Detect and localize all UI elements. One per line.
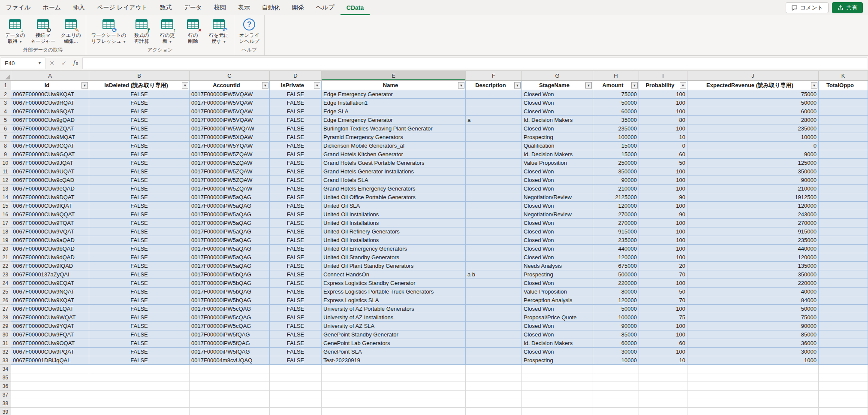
cell[interactable]: 100	[639, 279, 687, 288]
cell[interactable]: 60000	[593, 107, 639, 116]
row-header-10[interactable]: 10	[0, 159, 11, 167]
row-header-6[interactable]: 6	[0, 124, 11, 133]
empty-cell[interactable]	[89, 373, 190, 382]
empty-cell[interactable]	[270, 365, 322, 373]
cell[interactable]: FALSE	[270, 339, 322, 348]
empty-cell[interactable]	[639, 399, 687, 408]
cell[interactable]: 235000	[687, 124, 819, 133]
row-header-17[interactable]: 17	[0, 219, 11, 227]
empty-cell[interactable]	[89, 391, 190, 399]
cell[interactable]	[819, 176, 868, 185]
cell[interactable]: United Oil Installations	[322, 210, 466, 219]
cell[interactable]: 210000	[593, 185, 639, 193]
cell[interactable]: 100	[639, 253, 687, 262]
cell[interactable]: 0017F00000iPW5aQAG	[190, 236, 270, 245]
cell[interactable]: 0017F00000iPW5bQAG	[190, 279, 270, 288]
cell[interactable]: a	[466, 116, 522, 124]
cell[interactable]	[466, 99, 522, 107]
cell[interactable]: 0017F00000iPW5aQAG	[190, 219, 270, 227]
cell[interactable]: 100	[639, 305, 687, 313]
cell[interactable]: FALSE	[89, 124, 190, 133]
cell[interactable]	[466, 330, 522, 339]
empty-cell[interactable]	[522, 408, 593, 415]
cell[interactable]	[819, 99, 868, 107]
cell[interactable]: 0067F00000CUw9VQAT	[11, 227, 89, 236]
cell[interactable]	[466, 279, 522, 288]
cell[interactable]: 0067F00000CUw9fQAD	[11, 262, 89, 270]
cell[interactable]: 0017F00000iPW5fQAG	[190, 330, 270, 339]
cell[interactable]	[466, 356, 522, 365]
field-header-cell[interactable]: Description▼	[466, 81, 522, 90]
empty-cell[interactable]	[190, 373, 270, 382]
field-header-cell[interactable]: Probability▼	[639, 81, 687, 90]
cell[interactable]	[819, 124, 868, 133]
row-header-21[interactable]: 21	[0, 253, 11, 262]
cell[interactable]	[819, 279, 868, 288]
cell[interactable]: 0067F00000CUw9GQAT	[11, 150, 89, 159]
cell[interactable]: 0017F00000iPW5bQAG	[190, 296, 270, 305]
row-header-37[interactable]: 37	[0, 391, 11, 399]
cell[interactable]: Grand Hotels Generator Installations	[322, 167, 466, 176]
cell[interactable]: FALSE	[270, 150, 322, 159]
cell[interactable]: FALSE	[89, 330, 190, 339]
cell[interactable]: 10000	[593, 356, 639, 365]
cell[interactable]: 0017F00000iPW5VQAW	[190, 99, 270, 107]
cell[interactable]: Id. Decision Makers	[522, 150, 593, 159]
cell[interactable]	[466, 150, 522, 159]
cell[interactable]: FALSE	[89, 339, 190, 348]
cell[interactable]: 0017F00000iPW5aQAG	[190, 253, 270, 262]
cell[interactable]: 0017F00000iPW5VQAW	[190, 90, 270, 99]
field-header-cell[interactable]: IsDeleted (読み取り専用)▼	[89, 81, 190, 90]
cell[interactable]: 220000	[593, 279, 639, 288]
cell[interactable]: 243000	[687, 210, 819, 219]
cell[interactable]: FALSE	[270, 193, 322, 202]
empty-cell[interactable]	[593, 399, 639, 408]
cell[interactable]: 15000	[593, 142, 639, 150]
cell[interactable]	[466, 348, 522, 356]
cell[interactable]: Test-20230919	[322, 356, 466, 365]
cell[interactable]: FALSE	[270, 330, 322, 339]
cell[interactable]: FALSE	[270, 305, 322, 313]
empty-cell[interactable]	[819, 408, 868, 415]
empty-cell[interactable]	[190, 382, 270, 391]
cell[interactable]: Edge Installation1	[322, 99, 466, 107]
cell[interactable]	[466, 313, 522, 322]
cell[interactable]: 100	[639, 185, 687, 193]
empty-cell[interactable]	[322, 365, 466, 373]
cell[interactable]: 270000	[593, 219, 639, 227]
cell[interactable]: 35000	[593, 116, 639, 124]
cell[interactable]: 0017F00000iPW5YQAW	[190, 142, 270, 150]
cell[interactable]: FALSE	[270, 236, 322, 245]
cell[interactable]: Edge Emergency Generator	[322, 90, 466, 99]
cell[interactable]: 0067F00000CUw9RQAT	[11, 99, 89, 107]
cell[interactable]: Negotiation/Review	[522, 210, 593, 219]
ribbon-tab-3[interactable]: ページ レイアウト	[91, 0, 154, 15]
cell[interactable]: 0067F00001DBIJqQAL	[11, 356, 89, 365]
cell[interactable]: 100000	[593, 313, 639, 322]
cell[interactable]: 50000	[593, 305, 639, 313]
cell[interactable]: Closed Won	[522, 202, 593, 210]
cell[interactable]: FALSE	[89, 219, 190, 227]
cell[interactable]: United Oil Installations	[322, 236, 466, 245]
cell[interactable]: Closed Won	[522, 236, 593, 245]
cell[interactable]	[819, 90, 868, 99]
cell[interactable]	[819, 262, 868, 270]
cell[interactable]: 210000	[687, 185, 819, 193]
cell[interactable]	[819, 322, 868, 330]
enter-check-icon[interactable]: ✓	[58, 58, 69, 69]
cell[interactable]	[466, 90, 522, 99]
cell[interactable]: 90000	[687, 176, 819, 185]
cancel-icon[interactable]: ✕	[46, 58, 57, 69]
filter-button[interactable]: ▼	[81, 82, 88, 88]
cell[interactable]: 0017F00000iPW5fQAG	[190, 348, 270, 356]
cell[interactable]: Grand Hotels Guest Portable Generators	[322, 159, 466, 167]
cell[interactable]: FALSE	[89, 159, 190, 167]
cell[interactable]	[466, 322, 522, 330]
cell[interactable]	[819, 356, 868, 365]
cell[interactable]: 915000	[593, 227, 639, 236]
cell[interactable]: FALSE	[89, 202, 190, 210]
cell[interactable]: 120000	[593, 253, 639, 262]
empty-cell[interactable]	[11, 365, 89, 373]
cell[interactable]: 50	[639, 159, 687, 167]
row-header-4[interactable]: 4	[0, 107, 11, 116]
